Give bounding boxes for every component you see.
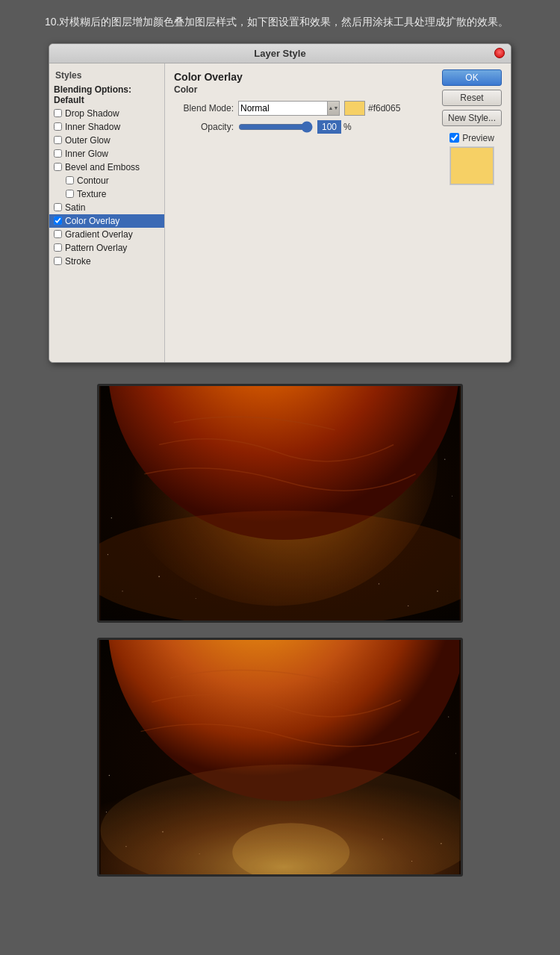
stroke-checkbox[interactable] xyxy=(54,257,62,265)
style-item-inner-shadow[interactable]: Inner Shadow xyxy=(49,120,164,134)
dialog-titlebar: Layer Style xyxy=(49,44,511,63)
pattern-overlay-checkbox[interactable] xyxy=(54,243,62,252)
svg-point-44 xyxy=(455,753,456,753)
style-item-contour[interactable]: Contour xyxy=(49,174,164,187)
styles-header: Styles xyxy=(49,68,164,83)
style-item-bevel-emboss[interactable]: Bevel and Emboss xyxy=(49,161,164,174)
image-panel-1 xyxy=(97,384,463,623)
color-overlay-checkbox[interactable] xyxy=(54,217,62,225)
style-item-inner-glow[interactable]: Inner Glow xyxy=(49,147,164,161)
blend-mode-arrows[interactable]: ▲▼ xyxy=(328,101,340,116)
percent-label: % xyxy=(343,122,352,132)
gradient-overlay-checkbox[interactable] xyxy=(54,230,62,238)
inner-shadow-checkbox[interactable] xyxy=(54,122,62,131)
style-item-gradient-overlay[interactable]: Gradient Overlay xyxy=(49,228,164,241)
planet-scene-2 xyxy=(99,640,461,874)
preview-label: Preview xyxy=(462,133,494,143)
buttons-panel: OK Reset New Style... Preview xyxy=(442,69,502,185)
right-settings-panel: Color Overlay Color Blend Mode: Normal M… xyxy=(165,63,511,362)
styles-left-panel: Styles Blending Options: Default Drop Sh… xyxy=(49,63,165,362)
opacity-label: Opacity: xyxy=(174,122,234,132)
dialog-close-button[interactable] xyxy=(494,48,505,58)
style-item-color-overlay[interactable]: Color Overlay xyxy=(49,214,164,228)
outer-glow-checkbox[interactable] xyxy=(54,136,62,144)
dialog-title: Layer Style xyxy=(254,48,305,59)
svg-point-24 xyxy=(99,511,461,620)
svg-point-20 xyxy=(111,517,112,518)
blend-mode-select[interactable]: Normal Multiply Screen Overlay xyxy=(238,101,328,116)
drop-shadow-checkbox[interactable] xyxy=(54,109,62,117)
instruction-text: 10.对模糊后的图层增加颜色叠加图层样式，如下图设置和效果，然后用涂抹工具处理成… xyxy=(45,16,508,28)
style-item-drop-shadow[interactable]: Drop Shadow xyxy=(49,107,164,120)
style-item-stroke[interactable]: Stroke xyxy=(49,255,164,268)
image-panel-2 xyxy=(97,638,463,877)
preview-swatch xyxy=(449,146,494,185)
inner-glow-checkbox[interactable] xyxy=(54,149,62,158)
new-style-button[interactable]: New Style... xyxy=(442,110,502,126)
dialog-body: Styles Blending Options: Default Drop Sh… xyxy=(49,63,511,362)
reset-button[interactable]: Reset xyxy=(442,90,502,106)
bevel-emboss-checkbox[interactable] xyxy=(54,163,62,171)
texture-checkbox[interactable] xyxy=(66,190,74,198)
style-item-texture[interactable]: Texture xyxy=(49,187,164,201)
preview-area: Preview xyxy=(442,133,502,185)
color-hex-value: #f6d065 xyxy=(368,103,400,113)
svg-point-43 xyxy=(448,716,449,717)
preview-checkbox[interactable] xyxy=(449,133,459,143)
style-item-blending-options[interactable]: Blending Options: Default xyxy=(49,83,164,107)
opacity-slider[interactable] xyxy=(238,122,313,132)
style-item-satin[interactable]: Satin xyxy=(49,201,164,214)
image-panel-1-wrapper xyxy=(0,376,560,630)
style-item-outer-glow[interactable]: Outer Glow xyxy=(49,134,164,147)
satin-checkbox[interactable] xyxy=(54,203,62,211)
image-panel-2-wrapper xyxy=(0,630,560,884)
blend-mode-label: Blend Mode: xyxy=(174,103,234,113)
svg-point-19 xyxy=(452,495,452,496)
style-item-pattern-overlay[interactable]: Pattern Overlay xyxy=(49,241,164,255)
layer-style-dialog: Layer Style Styles Blending Options: Def… xyxy=(49,43,511,363)
ok-button[interactable]: OK xyxy=(442,69,502,86)
color-swatch[interactable] xyxy=(344,101,365,116)
contour-checkbox[interactable] xyxy=(66,176,74,184)
planet-scene-1 xyxy=(99,386,461,620)
dialog-wrapper: Layer Style Styles Blending Options: Def… xyxy=(0,43,560,376)
svg-point-18 xyxy=(444,458,445,459)
preview-checkbox-row: Preview xyxy=(449,133,494,143)
svg-point-45 xyxy=(109,775,110,776)
blend-mode-wrapper: Normal Multiply Screen Overlay ▲▼ xyxy=(238,101,340,116)
opacity-value-input[interactable] xyxy=(317,120,341,134)
top-instruction: 10.对模糊后的图层增加颜色叠加图层样式，如下图设置和效果，然后用涂抹工具处理成… xyxy=(0,0,560,43)
